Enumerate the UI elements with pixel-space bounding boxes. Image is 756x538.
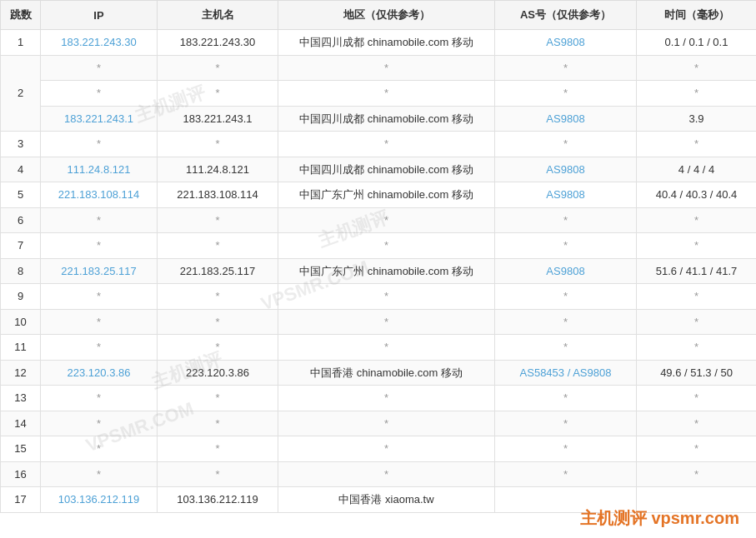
as-link[interactable]: AS9808 (546, 188, 584, 201)
time-cell: * (637, 411, 757, 436)
host-cell: 221.183.108.114 (158, 182, 278, 208)
table-row: 5221.183.108.114221.183.108.114中国广东广州 ch… (1, 182, 757, 208)
as-cell: * (495, 233, 637, 259)
as-cell: * (495, 386, 637, 411)
ip-link[interactable]: 223.120.3.86 (68, 366, 131, 379)
hop-cell: 15 (1, 436, 41, 462)
time-cell: * (637, 81, 757, 107)
as-cell[interactable]: AS9808 (495, 30, 637, 56)
ip-cell: * (41, 81, 158, 107)
as-cell[interactable]: AS9808 (495, 182, 637, 208)
hop-cell: 5 (1, 182, 41, 208)
time-cell: * (637, 436, 757, 462)
host-cell: * (158, 335, 278, 361)
time-cell: * (637, 233, 757, 259)
region-cell: * (278, 207, 495, 233)
column-header: 时间（毫秒） (637, 1, 757, 30)
table-row-sub: ***** (1, 81, 757, 107)
ip-cell[interactable]: 221.183.108.114 (41, 182, 158, 208)
ip-cell[interactable]: 103.136.212.119 (41, 487, 158, 513)
ip-link[interactable]: 183.221.243.1 (64, 112, 133, 125)
host-cell: * (158, 132, 278, 157)
hop-cell: 6 (1, 207, 41, 233)
region-cell: 中国四川成都 chinamobile.com 移动 (278, 157, 495, 182)
ip-cell: * (41, 411, 158, 436)
as-link[interactable]: AS9808 (546, 163, 584, 176)
time-cell: * (637, 461, 757, 487)
time-cell: * (637, 309, 757, 335)
as-link[interactable]: AS9808 (546, 36, 584, 48)
time-cell: 3.9 (637, 106, 757, 132)
as-cell[interactable]: AS9808 (495, 258, 637, 284)
host-cell: 183.221.243.1 (158, 106, 278, 132)
ip-link[interactable]: 221.183.108.114 (58, 188, 140, 201)
time-cell: 0.1 / 0.1 / 0.1 (637, 30, 757, 56)
hop-cell: 8 (1, 258, 41, 284)
table-row: 14***** (1, 411, 757, 436)
host-cell: * (158, 233, 278, 259)
time-cell: 40.4 / 40.3 / 40.4 (637, 182, 757, 208)
host-cell: * (158, 81, 278, 107)
region-cell: * (278, 233, 495, 259)
ip-link[interactable]: 221.183.25.117 (61, 265, 136, 277)
host-cell: * (158, 411, 278, 436)
hop-cell: 12 (1, 360, 41, 386)
region-cell: * (278, 436, 495, 462)
host-cell: * (158, 284, 278, 310)
time-cell: 49.6 / 51.3 / 50 (637, 360, 757, 386)
hop-cell: 1 (1, 30, 41, 56)
ip-link[interactable]: 111.24.8.121 (68, 163, 131, 176)
ip-cell[interactable]: 111.24.8.121 (41, 157, 158, 182)
hop-cell: 17 (1, 487, 41, 513)
table-row: 15***** (1, 436, 757, 462)
host-cell: * (158, 461, 278, 487)
ip-cell[interactable]: 183.221.243.30 (41, 30, 158, 56)
as-link[interactable]: AS9808 (546, 112, 584, 125)
as-cell: * (495, 335, 637, 361)
column-header: IP (41, 1, 158, 30)
as-cell: * (495, 284, 637, 310)
table-body: 1183.221.243.30183.221.243.30中国四川成都 chin… (1, 30, 757, 513)
as-link[interactable]: AS9808 (546, 265, 584, 277)
as-link[interactable]: AS58453 / AS9808 (520, 366, 612, 379)
region-cell: 中国广东广州 chinamobile.com 移动 (278, 182, 495, 208)
host-cell: 111.24.8.121 (158, 157, 278, 182)
ip-cell: * (41, 461, 158, 487)
as-cell: * (495, 461, 637, 487)
column-header: 主机名 (158, 1, 278, 30)
hop-cell: 9 (1, 284, 41, 310)
region-cell: * (278, 386, 495, 411)
region-cell: 中国四川成都 chinamobile.com 移动 (278, 106, 495, 132)
table-row: 3***** (1, 132, 757, 157)
table-row: 10***** (1, 309, 757, 335)
as-cell: * (495, 207, 637, 233)
as-cell: * (495, 309, 637, 335)
hop-cell: 7 (1, 233, 41, 259)
table-row-sub: 183.221.243.1183.221.243.1中国四川成都 chinamo… (1, 106, 757, 132)
ip-cell: * (41, 207, 158, 233)
as-cell[interactable]: AS9808 (495, 157, 637, 182)
as-cell: * (495, 81, 637, 107)
column-header: AS号（仅供参考） (495, 1, 637, 30)
ip-link[interactable]: 103.136.212.119 (58, 493, 140, 506)
hop-cell: 3 (1, 132, 41, 157)
region-cell: * (278, 309, 495, 335)
ip-cell: * (41, 386, 158, 411)
host-cell: 103.136.212.119 (158, 487, 278, 513)
table-row: 9***** (1, 284, 757, 310)
ip-cell[interactable]: 221.183.25.117 (41, 258, 158, 284)
host-cell: 223.120.3.86 (158, 360, 278, 386)
as-cell[interactable]: AS58453 / AS9808 (495, 360, 637, 386)
ip-cell[interactable]: 183.221.243.1 (41, 106, 158, 132)
ip-cell[interactable]: 223.120.3.86 (41, 360, 158, 386)
as-cell[interactable]: AS9808 (495, 106, 637, 132)
table-row: 1183.221.243.30183.221.243.30中国四川成都 chin… (1, 30, 757, 56)
hop-cell: 2 (1, 55, 41, 132)
table-row: 6***** (1, 207, 757, 233)
ip-link[interactable]: 183.221.243.30 (61, 36, 136, 48)
region-cell: * (278, 55, 495, 81)
region-cell: 中国广东广州 chinamobile.com 移动 (278, 258, 495, 284)
hop-cell: 10 (1, 309, 41, 335)
hop-cell: 4 (1, 157, 41, 182)
time-cell: * (637, 207, 757, 233)
